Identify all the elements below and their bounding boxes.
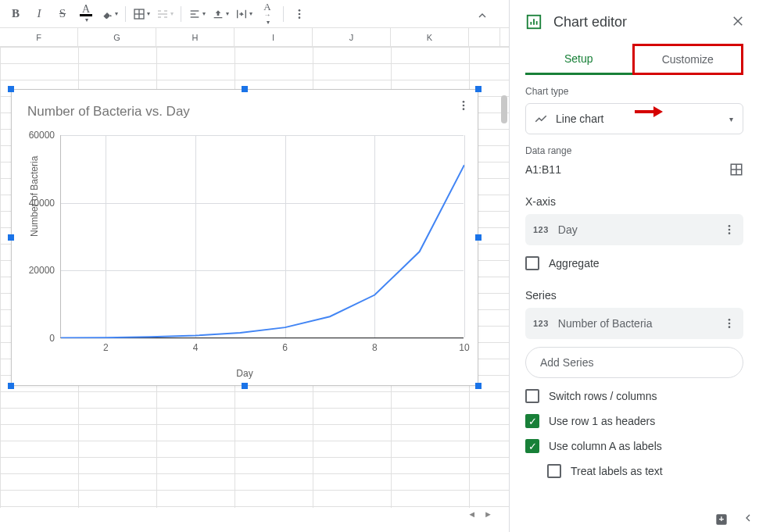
data-range-value[interactable]: A1:B11 [525,163,561,176]
series-menu-button[interactable] [723,317,736,330]
checkbox-checked-icon[interactable]: ✓ [525,439,539,453]
fill-color-button[interactable] [98,3,120,25]
col-header[interactable]: F [0,28,78,46]
bold-button[interactable]: B [5,3,27,25]
chevron-down-icon: ▾ [729,115,733,123]
checkbox-checked-icon[interactable]: ✓ [525,414,539,428]
add-series-button[interactable]: Add Series [525,347,743,378]
data-range-label: Data range [525,145,743,156]
chart-icon [525,13,542,30]
svg-point-10 [299,16,301,19]
paint-bucket-icon [101,8,113,20]
y-axis-title: Number of Bacteria [29,156,40,237]
col-header[interactable]: J [313,28,391,46]
resize-handle[interactable] [475,234,482,241]
text-rotation-button[interactable]: A→ [256,3,278,25]
use-row1-row[interactable]: ✓ Use row 1 as headers [525,414,743,428]
grid-select-icon[interactable] [729,162,743,177]
line-chart-icon [534,112,548,126]
y-tick-label: 20000 [29,265,61,276]
italic-button[interactable]: I [28,3,50,25]
col-header[interactable]: K [391,28,469,46]
use-colA-row[interactable]: ✓ Use column A as labels [525,439,743,453]
vertical-scrollbar-thumb[interactable] [501,95,507,123]
series-section-label: Series [525,289,743,302]
xaxis-value: Day [558,223,578,236]
numeric-type-icon: 123 [533,319,549,328]
x-tick-label: 4 [193,337,199,353]
y-tick-label: 0 [49,333,61,344]
treat-labels-row[interactable]: Treat labels as text [525,464,743,478]
resize-handle[interactable] [8,234,14,241]
col-header[interactable]: I [235,28,313,46]
resize-handle[interactable] [8,383,14,389]
switch-rows-cols-row[interactable]: Switch rows / columns [525,389,743,403]
scroll-right-button[interactable]: ► [481,509,496,519]
panel-header: Chart editor [525,0,743,44]
more-vertical-icon [723,223,736,236]
more-vertical-icon [723,317,736,330]
scroll-left-button[interactable]: ◄ [464,509,479,519]
chart-type-label: Chart type [525,86,743,97]
svg-point-25 [729,225,731,227]
merge-icon [156,8,169,20]
wrap-icon [235,8,248,20]
explore-icon[interactable]: + [714,512,729,527]
strikethrough-button[interactable]: S [52,3,73,25]
svg-point-8 [299,9,301,12]
svg-point-30 [729,326,731,328]
svg-point-26 [729,229,731,231]
x-axis-title: Day [236,368,252,379]
x-tick-label: 6 [282,337,288,353]
resize-handle[interactable] [475,86,482,92]
resize-handle[interactable] [242,383,248,389]
svg-point-11 [463,101,465,103]
svg-point-27 [729,232,731,234]
x-tick-label: 8 [372,337,378,353]
use-row1-label: Use row 1 as headers [549,415,655,427]
use-colA-label: Use column A as labels [549,440,662,452]
aggregate-label: Aggregate [549,257,600,270]
checkbox-unchecked-icon[interactable] [525,389,539,403]
more-toolbar-button[interactable] [288,3,310,25]
treat-labels-label: Treat labels as text [571,465,663,477]
resize-handle[interactable] [242,86,248,92]
resize-handle[interactable] [8,86,14,92]
aggregate-checkbox-row[interactable]: Aggregate [525,256,743,270]
resize-handle[interactable] [475,383,482,389]
v-align-button[interactable] [209,3,231,25]
panel-title: Chart editor [553,14,627,30]
chart-line [61,135,464,338]
v-align-icon [212,8,224,20]
embedded-chart[interactable]: Number of Bacteria vs. Day Number of Bac… [11,89,478,386]
toolbar-collapse-button[interactable] [471,5,493,27]
xaxis-field[interactable]: 123 Day [525,214,743,245]
tab-setup[interactable]: Setup [525,44,632,75]
text-wrap-button[interactable] [233,3,255,25]
borders-button[interactable] [131,3,152,25]
checkbox-unchecked-icon[interactable] [525,256,539,270]
checkbox-unchecked-icon[interactable] [547,464,561,478]
text-color-button[interactable]: A [75,3,97,25]
h-align-button[interactable] [186,3,208,25]
close-panel-button[interactable] [731,14,745,28]
svg-point-12 [463,105,465,107]
chart-type-dropdown[interactable]: Line chart ▾ [525,103,743,134]
chart-title: Number of Bacteria vs. Day [12,90,478,124]
xaxis-menu-button[interactable] [723,223,736,236]
series-field[interactable]: 123 Number of Bacteria [525,308,743,339]
col-header[interactable]: G [78,28,156,46]
footer-area: + [714,512,754,527]
svg-point-29 [729,323,731,325]
cell-grid[interactable]: Number of Bacteria vs. Day Number of Bac… [0,47,509,508]
col-header[interactable]: H [156,28,235,46]
horizontal-scrollbar[interactable]: ◄ ► [5,509,496,520]
chart-plot-area: 2468100200004000060000 [60,135,464,338]
svg-point-9 [299,12,301,15]
tab-customize[interactable]: Customize [632,44,744,75]
side-panel-toggle-icon[interactable] [742,512,754,524]
chart-menu-button[interactable] [454,96,473,115]
merge-cells-button [154,3,176,25]
chart-editor-panel: Chart editor Setup Customize Chart type … [509,0,759,532]
chevron-up-icon [476,9,489,22]
